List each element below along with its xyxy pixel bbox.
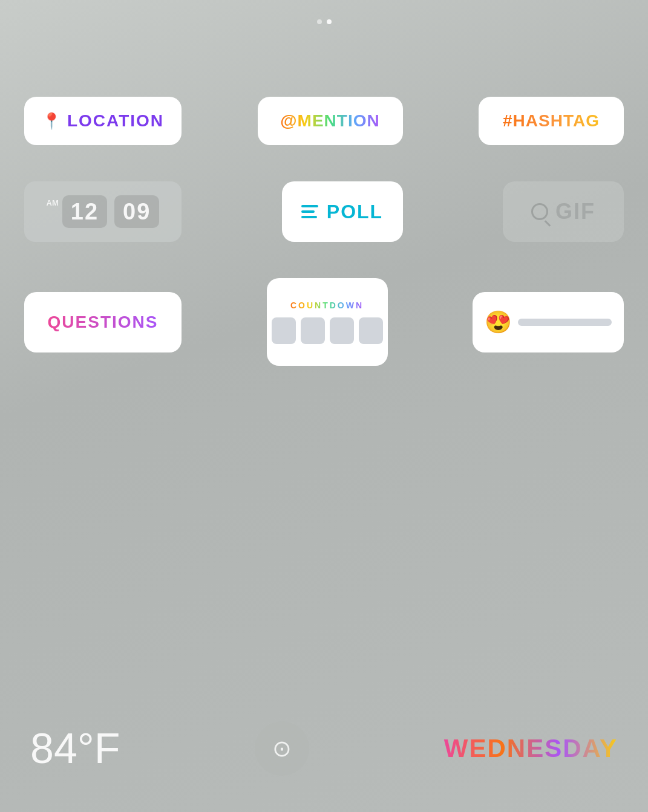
questions-label: QUESTIONS <box>48 313 159 332</box>
emoji-slider-sticker[interactable]: 😍 <box>473 292 624 352</box>
temperature-label: 84°F <box>30 724 120 773</box>
poll-line-1 <box>301 205 318 207</box>
emoji-slider-bar <box>518 319 612 326</box>
time-minutes: 09 <box>114 195 159 228</box>
time-am-label: AM <box>47 198 59 207</box>
poll-line-2 <box>301 210 315 213</box>
sticker-row-2: AM 12 09 POLL GIF <box>24 181 624 242</box>
time-sticker[interactable]: AM 12 09 <box>24 181 182 242</box>
hashtag-sticker[interactable]: #HASHTAG <box>479 97 624 145</box>
countdown-block-4 <box>359 317 383 344</box>
mention-sticker[interactable]: @MENTION <box>258 97 403 145</box>
bottom-bar: 84°F ⊙ WEDNESDAY <box>0 721 648 776</box>
countdown-block-3 <box>330 317 354 344</box>
mention-label: @MENTION <box>280 111 379 131</box>
camera-icon: ⊙ <box>272 735 292 762</box>
location-sticker[interactable]: 📍 LOCATION <box>24 97 182 145</box>
poll-line-3 <box>301 216 317 218</box>
location-pin-icon: 📍 <box>42 112 61 131</box>
emoji-icon: 😍 <box>485 310 512 335</box>
search-icon <box>531 203 548 220</box>
gif-label: GIF <box>555 199 595 224</box>
camera-button[interactable]: ⊙ <box>255 721 309 776</box>
poll-sticker[interactable]: POLL <box>282 181 403 242</box>
countdown-block-2 <box>301 317 325 344</box>
poll-lines-icon <box>301 205 318 218</box>
day-label: WEDNESDAY <box>444 734 618 763</box>
countdown-block-1 <box>272 317 296 344</box>
time-hours: 12 <box>62 195 107 228</box>
countdown-sticker[interactable]: COUNTDOWN <box>267 278 388 366</box>
countdown-label: COUNTDOWN <box>290 300 364 310</box>
sticker-row-1: 📍 LOCATION @MENTION #HASHTAG <box>24 97 624 145</box>
sticker-row-3: QUESTIONS COUNTDOWN 😍 <box>24 278 624 366</box>
page-dot-1[interactable] <box>317 19 322 24</box>
poll-label: POLL <box>327 201 383 223</box>
page-dot-2[interactable] <box>327 19 332 24</box>
location-label: LOCATION <box>67 111 164 131</box>
gif-sticker[interactable]: GIF <box>503 181 624 242</box>
hashtag-label: #HASHTAG <box>503 111 600 131</box>
sticker-grid: 📍 LOCATION @MENTION #HASHTAG AM 12 09 PO… <box>0 97 648 366</box>
questions-sticker[interactable]: QUESTIONS <box>24 292 182 352</box>
page-indicators <box>317 19 332 24</box>
countdown-blocks <box>272 317 383 344</box>
